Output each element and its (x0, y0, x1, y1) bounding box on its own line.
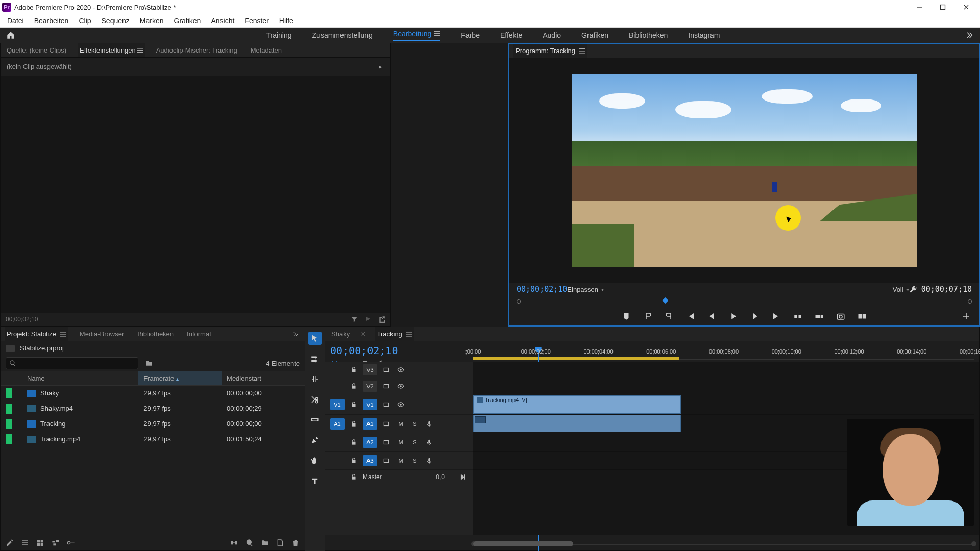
maximize-button[interactable] (931, 0, 954, 14)
solo-s[interactable]: S (410, 438, 420, 447)
menu-datei[interactable]: Datei (2, 14, 29, 27)
pen-tool[interactable] (308, 434, 322, 447)
mic-icon[interactable] (424, 438, 434, 447)
table-row[interactable]: Shaky 29,97 fps00;00;00;00 (1, 386, 305, 401)
new-bin-footer-icon[interactable] (261, 539, 269, 547)
ws-instagram[interactable]: Instagram (688, 31, 720, 39)
program-scrubber[interactable] (517, 296, 972, 307)
find-icon[interactable] (246, 539, 254, 547)
menu-grafiken[interactable]: Grafiken (169, 14, 206, 27)
trash-icon[interactable] (291, 539, 300, 547)
add-marker-icon[interactable] (621, 311, 632, 322)
source-patch-a1[interactable]: A1 (330, 418, 345, 430)
hand-tool[interactable] (308, 454, 322, 467)
timeline-ruler[interactable]: ;00;0000;00;02;0000;00;04;0000;00;06;000… (473, 348, 974, 360)
timeline-hscroll[interactable] (473, 540, 974, 547)
tab-audiomischer[interactable]: Audioclip-Mischer: Tracking (154, 43, 239, 57)
table-row[interactable]: Shaky.mp4 29,97 fps00;00;00;29 (1, 401, 305, 416)
solo-s[interactable]: S (410, 456, 420, 465)
tab-quelle[interactable]: Quelle: (keine Clips) (5, 43, 68, 57)
goto-out-icon[interactable] (771, 311, 782, 322)
tab-metadaten[interactable]: Metadaten (249, 43, 284, 57)
export-icon[interactable] (378, 316, 385, 323)
lock-icon[interactable] (349, 365, 359, 374)
track-label-a2[interactable]: A2 (363, 437, 377, 448)
tab-bibliotheken[interactable]: Bibliotheken (135, 327, 176, 341)
freeform-view-icon[interactable] (52, 539, 60, 547)
menu-marken[interactable]: Marken (135, 14, 169, 27)
lock-icon[interactable] (349, 438, 359, 447)
lock-icon[interactable] (349, 456, 359, 465)
clip-audio-a1[interactable] (473, 415, 681, 432)
tab-projekt[interactable]: Projekt: Stabilize (5, 327, 68, 341)
track-label-a3[interactable]: A3 (363, 455, 377, 466)
table-row[interactable]: Tracking 29,97 fps00;00;00;00 (1, 416, 305, 432)
ws-grafiken[interactable]: Grafiken (581, 31, 608, 39)
list-view-icon[interactable] (21, 539, 29, 547)
label-swatch[interactable] (6, 404, 12, 414)
timeline-tc[interactable]: 00;00;02;10 (330, 344, 398, 357)
program-current-tc[interactable]: 00;00;02;10 (517, 285, 567, 294)
pencil-icon[interactable] (6, 539, 14, 547)
comparison-icon[interactable] (856, 311, 868, 322)
workspace-overflow-icon[interactable] (965, 31, 980, 40)
filter-icon[interactable] (351, 316, 358, 323)
mute-m[interactable]: M (396, 456, 406, 465)
track-select-tool[interactable] (308, 352, 322, 365)
table-row[interactable]: Tracking.mp4 29,97 fps00;01;50;24 (1, 432, 305, 447)
sync-lock-icon[interactable] (381, 365, 391, 374)
mark-out-icon[interactable] (664, 311, 675, 322)
solo-s[interactable]: S (410, 419, 420, 429)
menu-hilfe[interactable]: Hilfe (274, 14, 299, 27)
selection-tool[interactable] (308, 332, 322, 345)
type-tool[interactable] (308, 474, 322, 488)
burger-icon[interactable] (406, 332, 412, 337)
burger-icon[interactable] (579, 48, 585, 54)
hscroll-right-handle[interactable] (971, 541, 976, 546)
home-button[interactable] (0, 28, 21, 43)
master-value[interactable]: 0,0 (436, 473, 445, 481)
burger-icon[interactable] (433, 30, 440, 37)
source-patch-v1[interactable]: V1 (330, 399, 345, 410)
scrubber-in-handle[interactable] (517, 299, 521, 304)
mark-in-icon[interactable] (642, 311, 653, 322)
close-button[interactable] (954, 0, 978, 14)
tabs-overflow-icon[interactable] (291, 331, 300, 337)
scrubber-out-handle[interactable] (968, 299, 972, 304)
eye-icon[interactable] (396, 400, 406, 409)
tab-media-browser[interactable]: Media-Browser (78, 327, 126, 341)
new-bin-icon[interactable] (144, 359, 154, 367)
menu-clip[interactable]: Clip (74, 14, 96, 27)
lock-icon[interactable] (349, 419, 359, 429)
track-target-v1[interactable]: V1 (363, 399, 377, 410)
mic-icon[interactable] (424, 419, 434, 429)
play-button[interactable] (728, 311, 739, 322)
goto-in-icon[interactable] (685, 311, 696, 322)
track-label-v3[interactable]: V3 (363, 364, 377, 375)
col-medienstart[interactable]: Medienstart (222, 371, 305, 386)
sync-lock-icon[interactable] (381, 400, 391, 409)
col-name[interactable]: Name (22, 371, 138, 386)
project-search-input[interactable] (6, 357, 138, 369)
lock-icon[interactable] (349, 400, 359, 409)
program-viewer[interactable] (509, 58, 979, 283)
lock-icon[interactable] (349, 472, 359, 482)
ws-training[interactable]: Training (266, 31, 291, 39)
clip-video-v1[interactable]: Tracking.mp4 [V] (473, 395, 681, 414)
mute-m[interactable]: M (396, 438, 406, 447)
auto-match-icon[interactable] (230, 539, 238, 547)
step-forward-icon[interactable] (749, 311, 761, 322)
chevron-right-icon[interactable]: ▸ (379, 63, 382, 70)
slip-tool[interactable] (308, 413, 322, 427)
ws-farbe[interactable]: Farbe (461, 31, 480, 39)
menu-sequenz[interactable]: Sequenz (96, 14, 135, 27)
export-frame-icon[interactable] (835, 311, 846, 322)
quality-dropdown[interactable]: Voll▾ (893, 286, 909, 293)
zoom-dropdown[interactable]: Einpassen▾ (567, 286, 604, 293)
razor-tool[interactable] (308, 393, 322, 406)
zoom-slider-handle[interactable] (67, 539, 75, 547)
minimize-button[interactable] (908, 0, 931, 14)
label-swatch[interactable] (6, 419, 12, 429)
sync-lock-icon[interactable] (381, 456, 391, 465)
play-icon[interactable] (365, 316, 371, 323)
